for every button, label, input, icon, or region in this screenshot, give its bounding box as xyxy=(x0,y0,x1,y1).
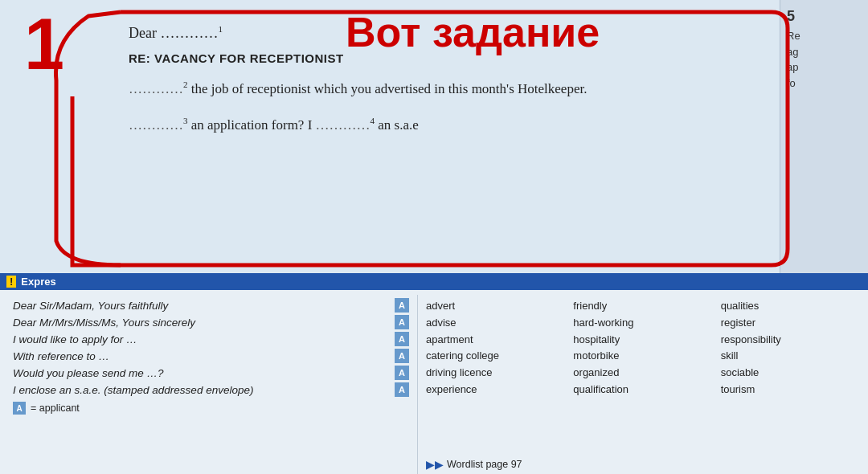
phrase-row-2: Dear Mr/Mrs/Miss/Ms, Yours sincerely A xyxy=(13,315,409,329)
word-qualities: qualities xyxy=(721,298,860,315)
right-line-1: Re xyxy=(787,28,862,44)
word-experience: experience xyxy=(426,382,565,398)
phrase-text-1: Dear Sir/Madam, Yours faithfully xyxy=(13,300,388,312)
phrase-row-5: Would you please send me …? A xyxy=(13,366,409,380)
word-catering: catering college xyxy=(426,348,565,365)
main-container: 1 Вот задание Dear …………1 RE: VACANCY FOR… xyxy=(0,0,868,474)
right-line-4: fo xyxy=(787,76,862,92)
express-bar: ! Expres xyxy=(0,273,868,290)
word-advise: advise xyxy=(426,315,565,332)
word-responsibility: responsibility xyxy=(721,332,860,349)
word-advert: advert xyxy=(426,298,565,315)
express-label: Expres xyxy=(21,276,55,288)
exclamation-mark: ! xyxy=(6,276,16,288)
red-number-one: 1 xyxy=(24,8,64,80)
word-organized: organized xyxy=(573,365,712,382)
right-panel-number: 5 xyxy=(787,8,862,25)
arrow-icon: ▶▶ xyxy=(426,458,444,471)
body-paragraph-1: …………2 the job of receptionist which you … xyxy=(129,78,755,100)
body-text-3: an s.a.e xyxy=(378,117,419,133)
letter-main: 1 Вот задание Dear …………1 RE: VACANCY FOR… xyxy=(0,0,780,273)
content-columns: Dear Sir/Madam, Yours faithfully A Dear … xyxy=(0,290,868,474)
phrase-row-3: I would like to apply for … A xyxy=(13,332,409,346)
word-hospitality: hospitality xyxy=(573,332,712,349)
badge-a-5: A xyxy=(395,366,409,380)
dots-1: …………2 xyxy=(129,81,188,96)
word-driving: driving licence xyxy=(426,365,565,382)
word-qualification: qualification xyxy=(573,382,712,398)
applicant-badge: A xyxy=(13,402,26,415)
word-sociable: sociable xyxy=(721,365,860,382)
word-col1: advert advise apartment catering college… xyxy=(426,298,565,455)
dear-text: Dear …………1 xyxy=(129,25,223,41)
word-tourism: tourism xyxy=(721,382,860,398)
right-panel: 5 Re ag ap fo xyxy=(780,0,868,273)
letter-section: 1 Вот задание Dear …………1 RE: VACANCY FOR… xyxy=(0,0,868,273)
wordlist-footer: ▶▶ Wordlist page 97 xyxy=(426,458,860,471)
badge-a-2: A xyxy=(395,315,409,329)
dots-2: …………3 xyxy=(129,117,188,133)
word-motorbike: motorbike xyxy=(573,348,712,365)
wordlist-column: advert advise apartment catering college… xyxy=(418,295,868,474)
words-grid: advert advise apartment catering college… xyxy=(426,298,860,455)
body-text-2: an application form? I xyxy=(191,117,316,133)
word-col2: friendly hard-working hospitality motorb… xyxy=(573,298,712,455)
badge-a-3: A xyxy=(395,332,409,346)
wordlist-footer-text: Wordlist page 97 xyxy=(447,459,522,470)
phrase-text-4: With reference to … xyxy=(13,350,388,362)
word-register: register xyxy=(721,315,860,332)
right-panel-text: Re ag ap fo xyxy=(787,28,862,91)
word-hardworking: hard-working xyxy=(573,315,712,332)
phrase-row-4: With reference to … A xyxy=(13,349,409,363)
right-line-2: ag xyxy=(787,44,862,60)
word-col3: qualities register responsibility skill … xyxy=(721,298,860,455)
body-text-1: the job of receptionist which you advert… xyxy=(191,81,588,96)
badge-a-4: A xyxy=(395,349,409,363)
right-line-3: ap xyxy=(787,59,862,76)
applicant-text: = applicant xyxy=(31,402,80,414)
phrase-row-6: I enclose an s.a.e. (stamped addressed e… xyxy=(13,382,409,397)
dots-3: …………4 xyxy=(316,117,375,133)
phrase-text-3: I would like to apply for … xyxy=(13,333,388,345)
word-apartment: apartment xyxy=(426,332,565,349)
body-paragraph-2: …………3 an application form? I …………4 an s.… xyxy=(129,114,755,136)
word-friendly: friendly xyxy=(573,298,712,315)
russian-header: Вот задание xyxy=(346,8,600,56)
badge-a-1: A xyxy=(395,298,409,313)
phrase-text-2: Dear Mr/Mrs/Miss/Ms, Yours sincerely xyxy=(13,317,388,329)
phrase-text-6: I enclose an s.a.e. (stamped addressed e… xyxy=(13,384,388,396)
applicant-note: A = applicant xyxy=(13,402,409,415)
phrase-row-1: Dear Sir/Madam, Yours faithfully A xyxy=(13,298,409,313)
word-skill: skill xyxy=(721,348,860,365)
badge-a-6: A xyxy=(395,382,409,397)
phrase-text-5: Would you please send me …? xyxy=(13,367,388,379)
phrases-column: Dear Sir/Madam, Yours faithfully A Dear … xyxy=(0,295,418,474)
bottom-section: ! Expres Dear Sir/Madam, Yours faithfull… xyxy=(0,273,868,474)
